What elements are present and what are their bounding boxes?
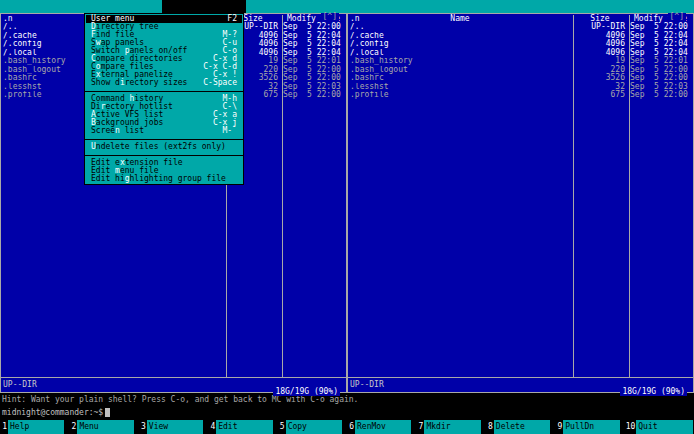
function-key-button[interactable]: 2 Menu: [69, 420, 138, 434]
menu-item-label: Screen list: [91, 127, 144, 135]
function-key-button[interactable]: 3 View: [139, 420, 208, 434]
right-file-list: /.. UP--DIR Sep 5 22:00 /.cache 4096 Sep…: [348, 23, 693, 100]
function-key-label: Menu: [77, 420, 133, 434]
file-size: 675: [572, 91, 628, 100]
file-mtime: Sep 5 22:00: [628, 91, 693, 100]
file-name: /.config: [348, 40, 572, 49]
function-key-label: Quit: [636, 420, 693, 434]
prompt-text: midnight@commander:~$: [2, 408, 103, 417]
file-name: /.local: [348, 49, 572, 58]
menu-item[interactable]: [86, 151, 242, 159]
function-key-button[interactable]: 10 Quit: [625, 420, 694, 434]
function-key-label: Edit: [216, 420, 272, 434]
function-key-number: 8: [486, 420, 494, 434]
menu-item[interactable]: Screen list M-`: [86, 127, 242, 135]
column-divider: [282, 15, 283, 377]
file-row[interactable]: .profile 675 Sep 5 22:00: [348, 91, 693, 100]
sort-indicator: .n: [3, 14, 13, 23]
menu-item[interactable]: [86, 87, 242, 95]
function-key-number: 3: [139, 420, 147, 434]
menubar-item[interactable]: Right: [350, 0, 425, 13]
function-key-label: Delete: [494, 420, 550, 434]
file-name: /.cache: [348, 32, 572, 41]
file-name: /..: [348, 23, 572, 32]
file-name: .bash_history: [348, 57, 572, 66]
hint-text: Hint: Want your plain shell? Press C-o, …: [2, 395, 358, 404]
text-cursor: [105, 408, 110, 417]
file-name: .bash_logout: [348, 66, 572, 75]
function-key-label: View: [147, 420, 203, 434]
midnight-commander-screen: Left File Command Options Right User men…: [0, 0, 694, 434]
menu-item[interactable]: Edit highlighting group file: [86, 175, 242, 183]
menubar-item[interactable]: Command: [162, 0, 246, 13]
column-divider: [629, 15, 630, 377]
column-header-size[interactable]: Size: [572, 14, 628, 23]
file-name: .lesshst: [348, 83, 572, 92]
function-key-number: 2: [69, 420, 77, 434]
function-key-number: 1: [0, 420, 8, 434]
function-key-label: RenMov: [355, 420, 411, 434]
function-key-button[interactable]: 9 PullDn: [555, 420, 624, 434]
function-key-number: 9: [555, 420, 563, 434]
menu-item-shortcut: F2: [227, 15, 237, 23]
function-key-button[interactable]: 5 Copy: [278, 420, 347, 434]
free-space-indicator: 18G/19G (90%): [620, 387, 687, 396]
right-panel-header: .n Name Size Modify time: [348, 14, 693, 23]
function-key-number: 4: [208, 420, 216, 434]
menu-item[interactable]: [86, 135, 242, 143]
function-key-button[interactable]: 8 Delete: [486, 420, 555, 434]
function-key-label: Copy: [286, 420, 342, 434]
function-key-button[interactable]: 4 Edit: [208, 420, 277, 434]
column-divider: [573, 15, 574, 377]
function-key-label: Help: [8, 420, 64, 434]
function-key-bar: 1 Help 2 Menu 3 View 4 Edit 5 Copy: [0, 420, 694, 434]
panel-history-button[interactable]: [^]: [321, 13, 339, 21]
function-key-button[interactable]: 1 Help: [0, 420, 69, 434]
function-key-label: PullDn: [563, 420, 619, 434]
menu-item-label: Undelete files (ext2fs only): [91, 143, 226, 151]
menu-item-shortcut: C-Space: [203, 79, 237, 87]
menu-item-label: Edit highlighting group file: [91, 175, 226, 183]
right-panel: .n Name Size Modify time [^] /.. UP--DIR…: [347, 13, 694, 393]
function-key-number: 7: [416, 420, 424, 434]
function-key-button[interactable]: 6 RenMov: [347, 420, 416, 434]
hint-line: Hint: Want your plain shell? Press C-o, …: [0, 393, 694, 406]
file-mtime: Sep 5 22:00: [281, 91, 346, 100]
command-menu-dropdown: User menu F2 Directory tree Find file M-…: [84, 13, 244, 185]
command-prompt[interactable]: midnight@commander:~$: [0, 406, 694, 420]
menu-item[interactable]: Undelete files (ext2fs only): [86, 143, 242, 151]
menu-item-label: Show directory sizes: [91, 79, 187, 87]
file-name: .bashrc: [348, 74, 572, 83]
column-header-name[interactable]: Name: [348, 14, 572, 23]
menu-item[interactable]: Show directory sizes C-Space: [86, 79, 242, 87]
function-key-number: 10: [625, 420, 637, 434]
free-space-indicator: 18G/19G (90%): [273, 387, 340, 396]
sort-indicator: .n: [350, 14, 360, 23]
menu-bar: Left File Command Options Right: [0, 0, 694, 13]
function-key-number: 5: [278, 420, 286, 434]
menubar-item[interactable]: Left: [2, 0, 72, 13]
file-name: .profile: [348, 91, 572, 100]
function-key-button[interactable]: 7 Mkdir: [416, 420, 485, 434]
function-key-label: Mkdir: [424, 420, 480, 434]
menu-item-shortcut: M-`: [223, 127, 237, 135]
panel-history-button[interactable]: [^]: [668, 13, 686, 21]
function-key-number: 6: [347, 420, 355, 434]
menubar-item[interactable]: File: [82, 0, 152, 13]
